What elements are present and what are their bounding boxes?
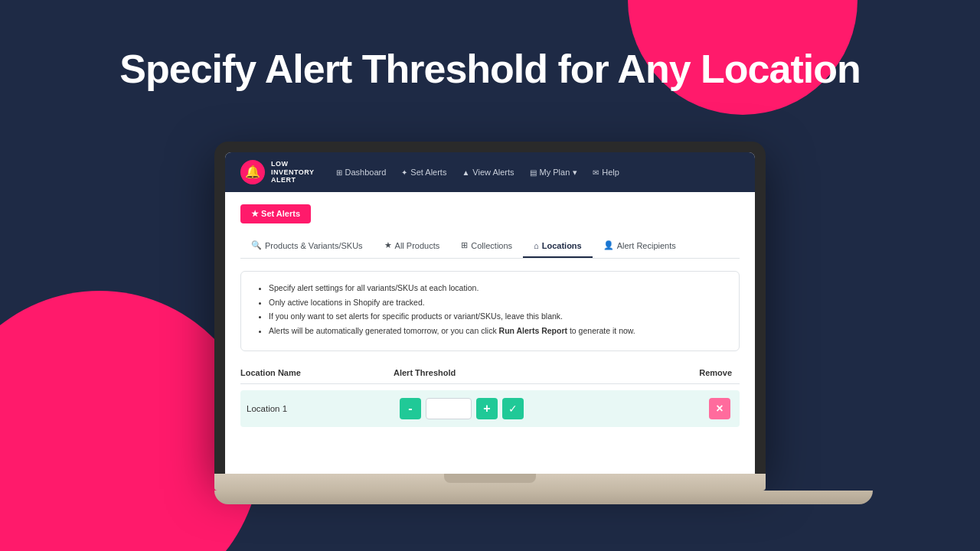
- logo-text: LOW INVENTORY ALERT: [271, 160, 315, 184]
- info-item-1: Specify alert settings for all variants/…: [269, 282, 725, 294]
- location-icon: ⌂: [534, 241, 539, 250]
- info-item-2: Only active locations in Shopify are tra…: [269, 297, 725, 308]
- search-icon: 🔍: [251, 240, 262, 250]
- tab-collections[interactable]: ⊞ Collections: [450, 234, 523, 258]
- tab-alert-recipients[interactable]: 👤 Alert Recipients: [593, 234, 687, 258]
- info-list: Specify alert settings for all variants/…: [255, 282, 725, 337]
- nav-set-alerts[interactable]: ✦ Set Alerts: [395, 165, 452, 180]
- star-icon: ★: [384, 240, 392, 250]
- tab-products-variants[interactable]: 🔍 Products & Variants/SKUs: [240, 234, 374, 258]
- dashboard-icon: ⊞: [336, 168, 342, 177]
- recipients-icon: 👤: [603, 240, 614, 250]
- remove-cell: ×: [553, 398, 733, 419]
- run-alerts-link[interactable]: Run Alerts Report: [499, 326, 567, 335]
- decrement-button[interactable]: -: [400, 398, 421, 419]
- confirm-button[interactable]: ✓: [502, 398, 524, 419]
- threshold-value: [426, 398, 472, 419]
- nav-help[interactable]: ✉ Help: [586, 165, 626, 180]
- nav-links: ⊞ Dashboard ✦ Set Alerts ▲ View Alerts: [330, 165, 740, 181]
- increment-button[interactable]: +: [476, 398, 498, 419]
- app-ui: 🔔 LOW INVENTORY ALERT ⊞ Dashboard: [225, 152, 755, 474]
- laptop-screen-outer: 🔔 LOW INVENTORY ALERT ⊞ Dashboard: [214, 142, 766, 474]
- set-alerts-button[interactable]: ★ Set Alerts: [240, 204, 311, 223]
- remove-button[interactable]: ×: [709, 398, 730, 419]
- threshold-cell: - + ✓: [400, 398, 553, 419]
- nav-logo: 🔔 LOW INVENTORY ALERT: [240, 160, 315, 184]
- tabs-container: 🔍 Products & Variants/SKUs ★ All Product…: [240, 234, 740, 259]
- my-plan-icon: ▤: [530, 168, 537, 177]
- content-area: ★ Set Alerts 🔍 Products & Variants/SKUs …: [225, 192, 755, 474]
- info-item-4: Alerts will be automatically generated t…: [269, 325, 725, 337]
- col-location-name: Location Name: [240, 368, 394, 377]
- tab-locations[interactable]: ⌂ Locations: [523, 234, 593, 258]
- info-box: Specify alert settings for all variants/…: [240, 271, 740, 351]
- tab-all-products[interactable]: ★ All Products: [374, 234, 451, 258]
- location-name-cell: Location 1: [247, 404, 400, 413]
- laptop-container: 🔔 LOW INVENTORY ALERT ⊞ Dashboard: [214, 142, 766, 504]
- chevron-down-icon: ▾: [573, 168, 577, 178]
- page-title: Specify Alert Threshold for Any Location: [0, 46, 980, 92]
- grid-icon: ⊞: [461, 240, 468, 250]
- table-header: Location Name Alert Threshold Remove: [240, 362, 740, 384]
- laptop-base: [214, 474, 766, 491]
- nav-view-alerts[interactable]: ▲ View Alerts: [456, 165, 520, 180]
- laptop-stand: [214, 491, 873, 504]
- locations-table: Location Name Alert Threshold Remove Loc…: [240, 362, 740, 427]
- navbar: 🔔 LOW INVENTORY ALERT ⊞ Dashboard: [225, 152, 755, 192]
- info-item-3: If you only want to set alerts for speci…: [269, 311, 725, 322]
- col-alert-threshold: Alert Threshold: [394, 368, 547, 377]
- nav-dashboard[interactable]: ⊞ Dashboard: [330, 165, 393, 180]
- laptop-screen-inner: 🔔 LOW INVENTORY ALERT ⊞ Dashboard: [225, 152, 755, 474]
- logo-icon: 🔔: [240, 160, 265, 184]
- nav-my-plan[interactable]: ▤ My Plan ▾: [524, 165, 584, 181]
- table-row: Location 1 - + ✓ ×: [240, 390, 740, 427]
- view-alerts-icon: ▲: [462, 168, 469, 177]
- col-remove: Remove: [547, 368, 740, 377]
- help-icon: ✉: [593, 168, 599, 177]
- set-alerts-icon: ✦: [401, 168, 407, 177]
